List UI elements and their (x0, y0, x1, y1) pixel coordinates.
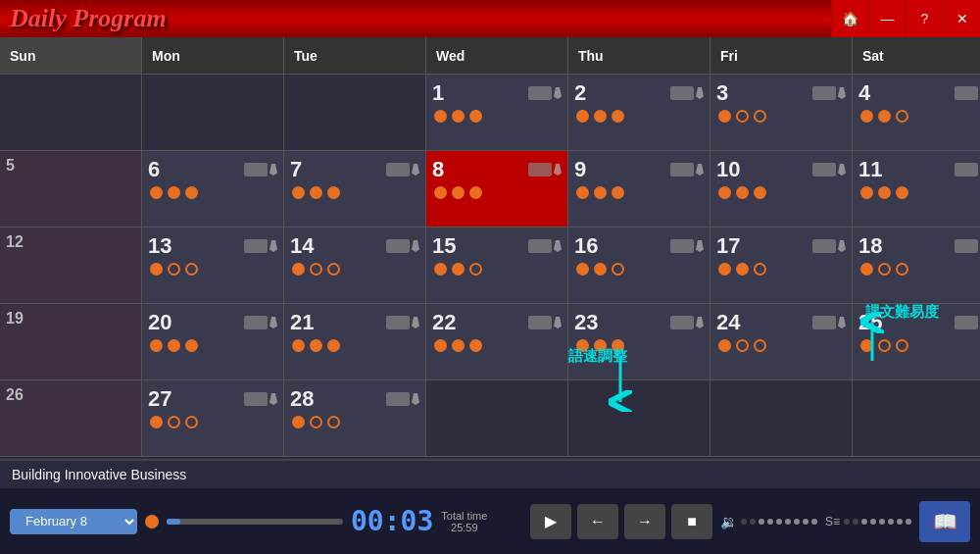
pencil-icon (270, 393, 277, 405)
pencil-icon (270, 317, 277, 328)
volume-icon: 🔉 (720, 514, 737, 529)
cell-fri-3[interactable]: 3 (710, 75, 853, 151)
thumb-icon (386, 392, 410, 406)
controls-bar: February 8 00:03 Total time 25:59 ▶ ← → … (0, 488, 980, 554)
cell-thu-9[interactable]: 9 (568, 151, 710, 227)
bottom-bar: Building Innovative Business February 8 … (0, 459, 980, 554)
pencil-icon (696, 87, 704, 99)
week-row-5: 26 27 28 (0, 380, 980, 457)
cell-wed-1[interactable]: 1 (426, 75, 568, 151)
thumb-icon (528, 239, 552, 253)
thumb-icon (812, 316, 836, 329)
thumb-icon (528, 163, 552, 176)
thumb-icon (244, 316, 268, 329)
pencil-icon (838, 164, 846, 176)
pencil-icon (696, 240, 704, 252)
cell-tue-21[interactable]: 21 (284, 304, 426, 380)
header-wed: Wed (426, 37, 568, 74)
cell-sun-5[interactable]: 5 (0, 151, 142, 227)
cell-fri-24[interactable]: 24 (710, 304, 853, 380)
total-time-block: Total time 25:59 (441, 510, 487, 533)
close-button[interactable]: ✕ (943, 0, 980, 37)
progress-dot (145, 515, 159, 529)
cell-sun-19[interactable]: 19 (0, 304, 142, 380)
pencil-icon (838, 87, 846, 99)
cell-thu-w5[interactable] (568, 380, 710, 457)
cell-sun-w1[interactable] (0, 75, 142, 151)
thumb-icon (670, 316, 694, 329)
header-sat: Sat (853, 37, 980, 74)
cell-fri-10[interactable]: 10 (710, 151, 853, 227)
cell-tue-w1[interactable] (284, 75, 426, 151)
cell-sun-26[interactable]: 26 (0, 380, 142, 457)
cell-sat-11[interactable]: 11 (853, 151, 980, 227)
volume-slider[interactable] (741, 519, 817, 525)
cell-tue-14[interactable]: 14 (284, 227, 426, 304)
pencil-icon (270, 164, 277, 176)
play-button[interactable]: ▶ (530, 504, 571, 539)
cell-sat-18[interactable]: 18 (853, 227, 980, 304)
progress-bar[interactable] (167, 519, 343, 525)
pencil-icon (412, 164, 419, 176)
header-mon: Mon (142, 37, 284, 74)
cell-sat-4[interactable]: 4 (853, 75, 980, 151)
pencil-icon (838, 240, 846, 252)
stop-button[interactable]: ■ (671, 504, 712, 539)
cell-mon-27[interactable]: 27 (142, 380, 284, 457)
pencil-icon (554, 87, 562, 99)
app-title: Daily Program (10, 4, 167, 33)
cell-thu-16[interactable]: 16 (568, 227, 710, 304)
cell-sun-12[interactable]: 12 (0, 227, 142, 304)
speed-slider[interactable] (844, 519, 911, 525)
cell-sat-w5[interactable] (853, 380, 980, 457)
cell-fri-17[interactable]: 17 (710, 227, 853, 304)
week-row-3: 12 13 14 15 16 (0, 227, 980, 304)
cell-fri-w5[interactable] (710, 380, 853, 457)
thumb-icon (244, 239, 268, 253)
book-button[interactable]: 📖 (919, 501, 970, 542)
cell-wed-22[interactable]: 22 (426, 304, 568, 380)
total-time-value: 25:59 (441, 522, 487, 533)
header-tue: Tue (284, 37, 426, 74)
cell-wed-w5[interactable] (426, 380, 568, 457)
program-title-bar: Building Innovative Business (0, 461, 980, 488)
thumb-icon (386, 239, 410, 253)
cell-mon-w1[interactable] (142, 75, 284, 151)
thumb-icon (528, 86, 552, 100)
cell-thu-2[interactable]: 2 (568, 75, 710, 151)
pencil-icon (412, 240, 419, 252)
speed-section: S≡ (825, 515, 911, 529)
pencil-icon (412, 393, 419, 405)
pencil-icon (696, 317, 704, 328)
date-dropdown[interactable]: February 8 (10, 509, 137, 534)
program-title: Building Innovative Business (12, 467, 186, 482)
current-time: 00:03 (351, 505, 433, 537)
cell-wed-15[interactable]: 15 (426, 227, 568, 304)
thumb-icon (955, 163, 978, 176)
prev-button[interactable]: ← (577, 504, 618, 539)
cell-tue-28[interactable]: 28 (284, 380, 426, 457)
header-sun: Sun (0, 37, 142, 74)
thumb-icon (955, 239, 978, 253)
pencil-icon (554, 240, 562, 252)
total-time-label: Total time (441, 510, 487, 522)
cell-mon-6[interactable]: 6 (142, 151, 284, 227)
thumb-icon (528, 316, 552, 329)
cell-thu-23[interactable]: 23 (568, 304, 710, 380)
cell-mon-13[interactable]: 13 (142, 227, 284, 304)
cell-sat-25[interactable]: 25 (853, 304, 980, 380)
pencil-icon (270, 240, 277, 252)
cell-wed-8[interactable]: 8 (426, 151, 568, 227)
help-button[interactable]: ? (906, 0, 943, 37)
home-button[interactable]: 🏠 (831, 0, 868, 37)
cell-mon-20[interactable]: 20 (142, 304, 284, 380)
minimize-button[interactable]: — (868, 0, 906, 37)
thumb-icon (670, 239, 694, 253)
cell-tue-7[interactable]: 7 (284, 151, 426, 227)
header-thu: Thu (568, 37, 710, 74)
next-button[interactable]: → (624, 504, 665, 539)
thumb-icon (670, 86, 694, 100)
progress-bar-fill (167, 519, 180, 525)
thumb-icon (812, 239, 836, 253)
thumb-icon (812, 86, 836, 100)
